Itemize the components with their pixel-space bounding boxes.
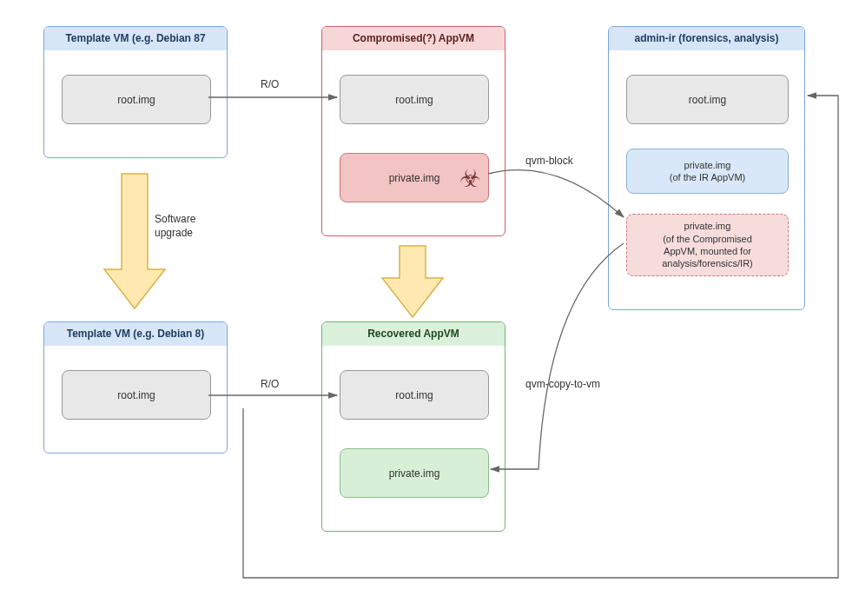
recovered-appvm-root-img: root.img bbox=[340, 370, 489, 420]
template-vm-top-root-img: root.img bbox=[62, 75, 211, 124]
biohazard-icon: ☣ bbox=[459, 164, 481, 193]
compromised-appvm-title: Compromised(?) AppVM bbox=[322, 27, 505, 50]
template-vm-bottom: Template VM (e.g. Debian 8) root.img bbox=[43, 321, 228, 454]
compromised-private-label: private.img bbox=[389, 172, 440, 184]
recovered-appvm-title: Recovered AppVM bbox=[322, 322, 505, 346]
template-vm-bottom-title: Template VM (e.g. Debian 8) bbox=[44, 322, 227, 346]
admin-ir-mounted-line4: analysis/forensics/IR) bbox=[662, 257, 753, 269]
admin-ir-private-ir-img: private.img (of the IR AppVM) bbox=[626, 149, 789, 194]
compromised-appvm-private-img: private.img ☣ bbox=[340, 153, 489, 202]
edge-label-ro-bottom: R/O bbox=[261, 378, 279, 390]
admin-ir-vm: admin-ir (forensics, analysis) root.img … bbox=[608, 26, 805, 310]
admin-ir-root-img: root.img bbox=[626, 75, 789, 124]
admin-ir-mounted-line3: AppVM, mounted for bbox=[664, 245, 751, 257]
compromised-appvm-root-img: root.img bbox=[340, 75, 489, 124]
edge-label-qvm-block: qvm-block bbox=[525, 155, 573, 167]
template-vm-top-title: Template VM (e.g. Debian 87 bbox=[44, 27, 227, 50]
recovered-appvm: Recovered AppVM root.img private.img bbox=[321, 321, 505, 532]
admin-ir-mounted-compromised-img: private.img (of the Compromised AppVM, m… bbox=[626, 214, 789, 276]
edge-label-qvm-copy: qvm-copy-to-vm bbox=[525, 378, 600, 390]
software-upgrade-line1: Software bbox=[155, 213, 195, 227]
template-vm-top: Template VM (e.g. Debian 87 root.img bbox=[43, 26, 228, 158]
edge-label-ro-top: R/O bbox=[261, 78, 279, 90]
admin-ir-private-ir-line1: private.img bbox=[684, 159, 731, 171]
admin-ir-mounted-line1: private.img bbox=[684, 220, 731, 232]
edge-label-software-upgrade: Software upgrade bbox=[155, 213, 195, 240]
arrow-qvm-copy bbox=[491, 243, 624, 469]
recovered-appvm-private-img: private.img bbox=[340, 448, 489, 498]
admin-ir-private-ir-line2: (of the IR AppVM) bbox=[670, 171, 745, 183]
admin-ir-mounted-line2: (of the Compromised bbox=[663, 233, 752, 245]
arrow-compromised-to-recovered bbox=[382, 246, 443, 317]
arrow-software-upgrade bbox=[104, 174, 165, 308]
compromised-appvm: Compromised(?) AppVM root.img private.im… bbox=[321, 26, 505, 236]
admin-ir-title: admin-ir (forensics, analysis) bbox=[609, 27, 804, 50]
software-upgrade-line2: upgrade bbox=[155, 227, 195, 241]
arrow-qvm-block bbox=[488, 170, 624, 217]
template-vm-bottom-root-img: root.img bbox=[62, 370, 211, 420]
